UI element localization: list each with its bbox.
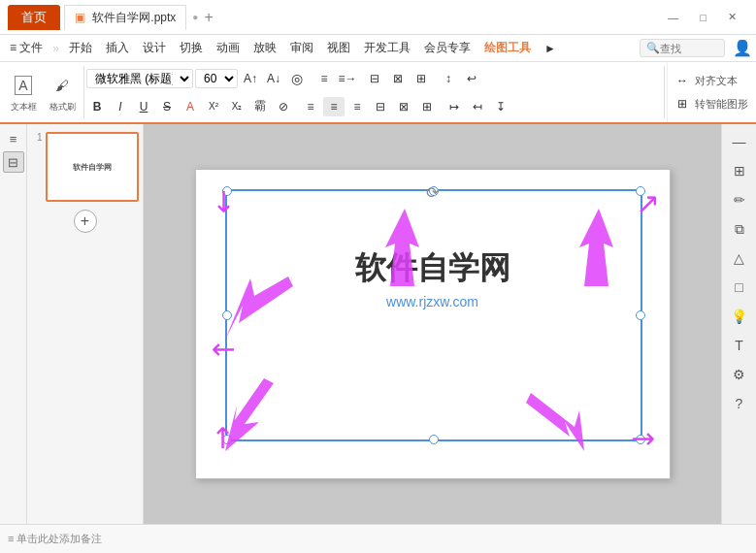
- toolbar: A 文本框 🖌 格式刷 微软雅黑 (标题) 60 A↑ A↓ ◎ ≡ ≡→ ⊟ …: [0, 62, 756, 124]
- window-minimize-btn[interactable]: —: [660, 10, 686, 25]
- right-side-toolbar: — ⊞ ✏ ⧉ △ □ 💡 T ⚙ ?: [721, 124, 756, 524]
- menu-search-box[interactable]: 🔍: [640, 39, 725, 57]
- side-btn-frame[interactable]: □: [726, 274, 753, 301]
- handle-tl[interactable]: [222, 186, 232, 196]
- side-btn-minus[interactable]: —: [726, 128, 753, 155]
- indent-increase-btn[interactable]: ⊟: [364, 69, 385, 88]
- align-justify-btn[interactable]: ⊟: [370, 97, 391, 116]
- handle-mr[interactable]: [636, 310, 645, 320]
- menu-file[interactable]: ≡ 文件: [4, 38, 49, 58]
- user-avatar[interactable]: 👤: [733, 39, 752, 57]
- menu-switch[interactable]: 切换: [174, 38, 209, 58]
- side-btn-settings[interactable]: ⚙: [726, 361, 753, 388]
- subscript-btn[interactable]: X₂: [226, 97, 247, 116]
- clear-format-btn[interactable]: ◎: [286, 69, 308, 88]
- toolbar-main: 微软雅黑 (标题) 60 A↑ A↓ ◎ ≡ ≡→ ⊟ ⊠ ⊞ ↕ ↩ B I …: [86, 62, 662, 122]
- arrow-tr: ↗: [636, 189, 660, 218]
- window-close-btn[interactable]: ✕: [720, 9, 744, 25]
- paragraph-indent3-btn[interactable]: ↧: [490, 97, 511, 116]
- home-tab[interactable]: 首页: [8, 5, 60, 30]
- align-col-btn[interactable]: ⊠: [393, 97, 414, 116]
- menu-insert[interactable]: 插入: [100, 38, 135, 58]
- underline-btn[interactable]: U: [133, 97, 154, 116]
- menu-design[interactable]: 设计: [137, 38, 172, 58]
- search-icon: 🔍: [646, 42, 660, 54]
- selection-box: [225, 189, 642, 441]
- view-toggle-btn-2[interactable]: ⊟: [3, 151, 24, 173]
- highlight-btn[interactable]: ⊘: [273, 97, 294, 116]
- col-layout-btn[interactable]: ⊞: [411, 69, 432, 88]
- line-spacing-btn[interactable]: ↕: [438, 69, 459, 88]
- toolbar-right: ↔ 对齐文本 ⊞ 转智能图形: [667, 62, 752, 122]
- toolbar-sep-2: [664, 66, 665, 118]
- strikethrough-btn[interactable]: S: [156, 97, 178, 116]
- arrow-rb: ↘: [623, 420, 661, 458]
- menu-animation[interactable]: 动画: [211, 38, 246, 58]
- notes-area[interactable]: ≡ 单击此处添加备注: [0, 524, 756, 553]
- side-btn-light[interactable]: 💡: [726, 303, 753, 330]
- menu-view[interactable]: 视图: [321, 38, 356, 58]
- side-btn-pen[interactable]: ✏: [726, 186, 753, 213]
- font-size-increase-btn[interactable]: A↑: [240, 69, 261, 88]
- format-brush-btn[interactable]: 🖌: [47, 72, 78, 99]
- font-size-decrease-btn[interactable]: A↓: [263, 69, 284, 88]
- list-bullet-btn[interactable]: ≡: [313, 69, 335, 88]
- align-col2-btn[interactable]: ⊞: [416, 97, 438, 116]
- menu-devtools[interactable]: 开发工具: [358, 38, 416, 58]
- handle-bm[interactable]: [429, 435, 439, 444]
- smart-shape-btn[interactable]: ⊞: [672, 94, 693, 114]
- special-format-btn[interactable]: 霸: [249, 97, 271, 116]
- handle-br[interactable]: [636, 435, 645, 444]
- rotation-handle[interactable]: ⟳: [426, 183, 439, 202]
- menu-review[interactable]: 审阅: [284, 38, 319, 58]
- indent-decrease-btn[interactable]: ⊠: [387, 69, 409, 88]
- font-family-select[interactable]: 微软雅黑 (标题): [86, 69, 193, 88]
- align-left-btn[interactable]: ≡: [300, 97, 321, 116]
- arrow-bl: ↙: [205, 331, 243, 369]
- menu-drawtool[interactable]: 绘图工具: [478, 38, 537, 58]
- search-input[interactable]: [660, 43, 718, 54]
- title-bar: 首页 ▣ 软件自学网.pptx ● + — □ ✕: [0, 0, 756, 35]
- file-tab[interactable]: ▣ 软件自学网.pptx: [64, 5, 186, 30]
- menu-slideshow[interactable]: 放映: [247, 38, 282, 58]
- side-btn-layers[interactable]: ⊞: [726, 157, 753, 184]
- add-slide-btn[interactable]: +: [74, 210, 97, 233]
- slide-canvas: ⟳ 软件自学网 www.rjzxw.com ↙ ↖ ↙ ↘ ↗: [195, 169, 671, 479]
- slide-number: 1: [31, 132, 43, 143]
- handle-tr[interactable]: [636, 186, 645, 196]
- menu-member[interactable]: 会员专享: [418, 38, 477, 58]
- notes-placeholder: ≡ 单击此处添加备注: [8, 532, 102, 546]
- font-color-btn[interactable]: A: [180, 97, 201, 116]
- list-number-btn[interactable]: ≡→: [337, 69, 358, 88]
- svg-marker-4: [579, 209, 613, 286]
- paragraph-indent2-btn[interactable]: ↤: [467, 97, 488, 116]
- font-size-select[interactable]: 60: [195, 69, 238, 88]
- handle-bl[interactable]: [222, 435, 232, 444]
- view-toggle-btn-1[interactable]: ≡: [3, 128, 24, 149]
- rtl-btn[interactable]: ↩: [461, 69, 482, 88]
- menu-divider-1: »: [52, 42, 59, 55]
- align-center-btn[interactable]: ≡: [323, 97, 345, 116]
- new-tab-btn[interactable]: +: [204, 9, 213, 26]
- canvas-area[interactable]: ⟳ 软件自学网 www.rjzxw.com ↙ ↖ ↙ ↘ ↗: [144, 124, 721, 524]
- menu-home[interactable]: 开始: [63, 38, 98, 58]
- slide-thumbnail[interactable]: 软件自学网: [46, 132, 139, 202]
- paragraph-indent-btn[interactable]: ↦: [444, 97, 465, 116]
- bold-btn[interactable]: B: [86, 97, 108, 116]
- align-text-btn[interactable]: ↔: [672, 71, 693, 90]
- italic-btn[interactable]: I: [110, 97, 131, 116]
- slide-subtitle: www.rjzxw.com: [386, 294, 478, 309]
- toolbar-textbox-section: A 文本框: [4, 62, 43, 122]
- side-btn-copy[interactable]: ⧉: [726, 215, 753, 243]
- side-btn-shape[interactable]: △: [726, 244, 753, 272]
- superscript-btn[interactable]: X²: [203, 97, 224, 116]
- handle-ml[interactable]: [222, 310, 232, 320]
- side-btn-help[interactable]: ?: [726, 390, 753, 417]
- align-right-btn[interactable]: ≡: [346, 97, 368, 116]
- arrow-lb: ↙: [205, 420, 243, 458]
- side-btn-text[interactable]: T: [726, 332, 753, 359]
- textbox-btn[interactable]: A: [8, 72, 39, 99]
- menu-more[interactable]: ►: [539, 40, 562, 57]
- window-maximize-btn[interactable]: □: [692, 10, 714, 25]
- file-tab-icon: ▣: [75, 11, 85, 24]
